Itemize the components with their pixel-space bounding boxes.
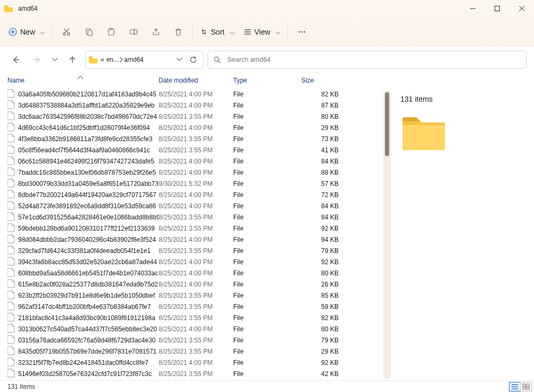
svg-point-8	[68, 33, 70, 35]
file-row[interactable]: 05c8f56ead4cf7f5644d3f4aaf9a0460866c941c…	[0, 144, 383, 156]
rename-button[interactable]	[123, 22, 144, 42]
cut-button[interactable]	[56, 22, 77, 42]
vertical-scrollbar[interactable]	[383, 90, 391, 379]
file-list[interactable]: 03a6a405fb509680b2120817d1af4183ad9b4c45…	[0, 88, 383, 379]
file-size: 59 KB	[301, 303, 345, 311]
file-row[interactable]: 3013b0627c540ad57ca44d37f7c565ebb8ec3e20…	[0, 323, 383, 334]
refresh-button[interactable]	[187, 56, 200, 63]
breadcrumb-item[interactable]: en...	[105, 56, 120, 63]
file-icon	[7, 301, 15, 312]
file-icon	[7, 178, 15, 189]
column-header-size[interactable]: Size	[301, 77, 345, 84]
up-button[interactable]	[64, 51, 81, 68]
file-row[interactable]: 52d4a8723fe3891892ec6a9dd8f310e53d59ca86…	[0, 200, 383, 211]
status-item-count: 131 items	[7, 383, 35, 390]
file-date: 8/25/2021 4:00 PM	[159, 91, 233, 98]
file-date: 9/30/2021 5:32 PM	[159, 180, 233, 187]
minimize-button[interactable]	[461, 0, 485, 17]
file-icon	[7, 145, 15, 155]
file-name: 615e8b2ac0f028a225377d8db381647eda9b75d2	[18, 281, 158, 288]
file-date: 8/25/2021 4:00 PM	[159, 158, 233, 165]
chevron-down-icon	[40, 28, 45, 36]
file-size: 79 KB	[301, 247, 345, 255]
address-history-button[interactable]	[174, 58, 185, 61]
file-name: 2181bfac8c41c3a4a8d93bc90b1089f81912198a	[18, 314, 155, 322]
file-row[interactable]: 3d648837538884a3d51afffd1a6220a35829e9eb…	[0, 100, 383, 111]
file-date: 8/25/2021 4:00 PM	[159, 325, 233, 333]
file-type: File	[233, 348, 301, 355]
breadcrumb-overflow[interactable]: «	[100, 56, 105, 63]
file-icon	[7, 223, 15, 233]
back-button[interactable]	[7, 51, 24, 68]
maximize-button[interactable]	[485, 0, 510, 17]
file-row[interactable]: 3dc6aac763542596f88b2038c7bd498670dc72e4…	[0, 111, 383, 122]
file-row[interactable]: 98d084dbbb2dac7936040296c4b83902f8e3f524…	[0, 234, 383, 245]
details-view-icon	[512, 384, 518, 389]
file-date: 8/25/2021 4:00 PM	[159, 281, 233, 288]
forward-button[interactable]	[29, 51, 46, 68]
search-box[interactable]	[208, 51, 527, 69]
view-button[interactable]: View	[240, 22, 284, 42]
scrollbar-thumb[interactable]	[385, 92, 389, 156]
file-row[interactable]: 06c61c588941e462499f216f79347427243dafe5…	[0, 156, 383, 167]
file-row[interactable]: 962af3147dc4bff1b200bfb4e637b8384ab67fe7…	[0, 301, 383, 312]
file-row[interactable]: 59bdebb128bd6a901208310177ff212ef2133639…	[0, 223, 383, 234]
sort-button[interactable]: Sort	[196, 22, 239, 42]
svg-point-25	[298, 31, 300, 33]
copy-button[interactable]	[78, 22, 100, 42]
file-date: 8/25/2021 3:55 PM	[159, 247, 233, 255]
file-row[interactable]: 03a6a405fb509680b2120817d1af4183ad9b4c45…	[0, 88, 383, 100]
file-name: 51496ef03d258705e763242cfd7c91f723f87c3c	[18, 370, 152, 378]
file-type: File	[233, 113, 301, 120]
file-icon	[7, 212, 15, 222]
file-size: 80 KB	[301, 270, 345, 277]
file-row[interactable]: 8dbde77b2002149a644f19420ae329cf70717567…	[0, 189, 383, 200]
address-bar[interactable]: « en... amd64	[85, 51, 203, 69]
file-size: 41 KB	[301, 146, 345, 154]
share-button[interactable]	[145, 22, 167, 42]
file-size: 85 KB	[301, 292, 345, 299]
recent-locations-button[interactable]	[50, 51, 60, 68]
svg-rect-1	[495, 6, 500, 11]
file-row[interactable]: 8435d05f719b0557b69e7dde296f7831e7091571…	[0, 346, 383, 357]
file-row[interactable]: 4f3e8bba3362b9186811a73fd8fe9cd28355cfe3…	[0, 133, 383, 144]
view-details-toggle[interactable]	[509, 382, 521, 391]
scissors-icon	[62, 28, 71, 36]
file-row[interactable]: 7baddc16c865bbea130ef06db878753eb29f26e5…	[0, 167, 383, 178]
file-name: 4f3e8bba3362b9186811a73fd8fe9cd28355cfe3	[18, 135, 152, 143]
file-row[interactable]: 03156a76adca66592fc76a59d48f6729d3ac4e30…	[0, 334, 383, 346]
file-row[interactable]: 2181bfac8c41c3a4a8d93bc90b1089f81912198a…	[0, 312, 383, 323]
more-button[interactable]	[291, 22, 313, 42]
file-type: File	[233, 303, 301, 311]
file-row[interactable]: 608bbd9a5aa58d6661eb5451f7de4b1e074033ac…	[0, 267, 383, 279]
svg-point-26	[301, 31, 302, 33]
file-row[interactable]: 8bd300079b33dd31a0459e5a8f651e51720abb73…	[0, 178, 383, 189]
delete-button[interactable]	[168, 22, 189, 42]
svg-line-9	[64, 29, 69, 33]
file-name: 59bdebb128bd6a901208310177ff212ef2133639	[18, 225, 155, 232]
column-header-type[interactable]: Type	[233, 77, 301, 84]
file-date: 8/25/2021 3:55 PM	[159, 314, 233, 322]
file-row[interactable]: 57e1cd6d3915256a42828461e0e1086badd8b8b9…	[0, 211, 383, 223]
file-icon	[7, 123, 15, 133]
file-row[interactable]: 923b2ff2b03929d7b911e8d6e9b1de5b1050dbef…	[0, 290, 383, 301]
file-size: 29 KB	[301, 124, 345, 132]
file-type: File	[233, 225, 301, 232]
search-icon	[213, 56, 221, 63]
column-header-name[interactable]: Name	[7, 77, 159, 84]
search-input[interactable]	[226, 55, 521, 64]
file-row[interactable]: 4d69cc43c641d6c1bf25dbff1d26079f4e36f094…	[0, 122, 383, 133]
new-button[interactable]: New	[4, 22, 49, 42]
file-row[interactable]: 615e8b2ac0f028a225377d8db381647eda9b75d2…	[0, 279, 383, 290]
paste-button[interactable]	[101, 22, 122, 42]
close-button[interactable]	[510, 0, 534, 17]
file-row[interactable]: 329cfad7fd6424c33f381a0f4deeadb054f1e1e1…	[0, 245, 383, 256]
file-row[interactable]: 32321f5f7fb7ed8b242e418451dac0ffd4cc8fe7…	[0, 357, 383, 368]
view-thumbnails-toggle[interactable]	[520, 382, 532, 391]
file-row[interactable]: 394c3fa6b8acc85d53d02e520ae22cb6a87ade44…	[0, 256, 383, 267]
breadcrumb-item[interactable]: amd64	[123, 56, 145, 63]
file-row[interactable]: 51496ef03d258705e763242cfd7c91f723f87c3c…	[0, 368, 383, 379]
column-header-date[interactable]: Date modified	[159, 77, 233, 84]
main-content: 03a6a405fb509680b2120817d1af4183ad9b4c45…	[0, 88, 534, 380]
svg-rect-39	[527, 387, 529, 389]
